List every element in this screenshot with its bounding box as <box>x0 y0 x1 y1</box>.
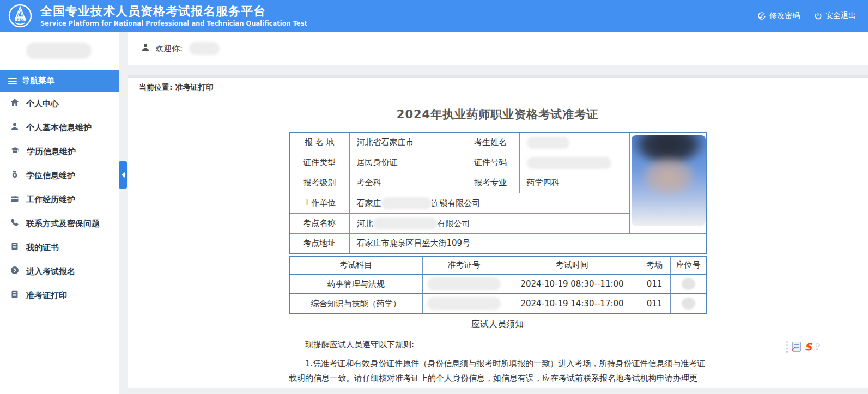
reg-place-value: 河北省石家庄市 <box>349 132 462 153</box>
sidebar-item-label: 学历信息维护 <box>27 147 76 157</box>
ticket-print-icon <box>10 290 19 301</box>
platform-subtitle: Service Platform for National Profession… <box>40 20 307 27</box>
logout-label: 安全退出 <box>825 11 856 21</box>
breadcrumb: 当前位置: 准考证打印 <box>128 78 868 98</box>
redacted-employer <box>381 197 432 209</box>
breadcrumb-current: 准考证打印 <box>175 83 213 92</box>
redacted-photo-blur <box>632 135 706 226</box>
breadcrumb-label: 当前位置: <box>139 83 173 92</box>
brand-block: 全国专业技术人员资格考试报名服务平台 Service Platform for … <box>40 4 307 27</box>
power-icon <box>814 12 822 20</box>
sidebar-item-contact-security[interactable]: 联系方式及密保问题 <box>0 211 119 235</box>
id-type-label: 证件类型 <box>289 153 349 173</box>
exam-site-suffix: 有限公司 <box>438 218 470 228</box>
table-row: 考点地址 石家庄市鹿泉区昌盛大街109号 <box>289 233 707 253</box>
id-number-value <box>519 153 629 173</box>
exam-time-cell: 2024-10-19 08:30--11:00 <box>506 274 639 294</box>
id-type-value: 居民身份证 <box>349 153 462 173</box>
exam-major-label: 报考专业 <box>462 173 519 193</box>
notice-intro: 现提醒应试人员遵守以下规则: <box>289 337 706 351</box>
room-cell: 011 <box>639 274 670 294</box>
sidebar: 导航菜单 个人中心 个人基本信息维护 学历信息维护 <box>0 32 119 394</box>
subject-cell: 药事管理与法规 <box>289 274 422 294</box>
redacted-ticket-number <box>427 277 501 290</box>
medal-icon <box>10 170 19 181</box>
logout-button[interactable]: 安全退出 <box>814 11 856 21</box>
platform-title: 全国专业技术人员资格考试报名服务平台 <box>40 4 307 19</box>
sidebar-item-my-certificates[interactable]: 我的证书 <box>0 235 119 259</box>
svg-text:PTA: PTA <box>17 17 24 21</box>
briefcase-icon <box>10 194 19 205</box>
exam-site-label: 考点名称 <box>289 213 349 233</box>
sidebar-item-degree-info[interactable]: 学位信息维护 <box>0 163 119 187</box>
sidebar-item-basic-info[interactable]: 个人基本信息维护 <box>0 116 119 140</box>
person-icon <box>141 43 150 54</box>
hamburger-icon <box>8 78 17 84</box>
redacted-candidate-name <box>527 137 569 149</box>
redacted-id-number <box>527 157 611 169</box>
nav-menu-title: 导航菜单 <box>22 76 54 86</box>
sidebar-item-label: 学位信息维护 <box>26 171 75 181</box>
sidebar-item-label: 工作经历维护 <box>26 195 75 205</box>
ticket-number-cell <box>422 274 506 294</box>
seat-cell <box>670 294 707 313</box>
sidebar-item-exam-registration[interactable]: 进入考试报名 <box>0 259 119 283</box>
id-number-label: 证件号码 <box>462 153 519 173</box>
sidebar-item-label: 我的证书 <box>26 243 59 253</box>
redacted-exam-site <box>373 217 438 229</box>
schedule-row: 综合知识与技能（药学） 2024-10-19 14:30--17:00 011 <box>289 294 707 313</box>
redacted-welcome-name <box>189 42 220 55</box>
main-panel: 当前位置: 准考证打印 2024年执业药师职业资格考试准考证 报 名 地 河北省… <box>128 75 868 388</box>
exam-major-value: 药学四科 <box>519 173 629 193</box>
employer-suffix: 连锁有限公司 <box>432 198 481 208</box>
sidebar-item-label: 联系方式及密保问题 <box>26 219 100 229</box>
redacted-seat-number <box>682 298 695 310</box>
col-seat: 座位号 <box>670 256 707 274</box>
room-cell: 011 <box>639 294 670 313</box>
site-address-value: 石家庄市鹿泉区昌盛大街109号 <box>349 233 707 253</box>
exam-level-value: 考全科 <box>349 173 462 193</box>
candidate-photo <box>632 135 706 226</box>
subject-cell: 综合知识与技能（药学） <box>289 294 422 313</box>
change-password-button[interactable]: 修改密码 <box>757 11 800 21</box>
ticket-title: 2024年执业药师职业资格考试准考证 <box>289 107 706 122</box>
candidate-name-value <box>519 132 629 153</box>
graduation-cap-icon <box>10 146 20 157</box>
sidebar-item-label: 个人中心 <box>26 99 59 109</box>
sidebar-collapse-button[interactable] <box>119 161 127 189</box>
sidebar-item-label: 进入考试报名 <box>26 266 75 277</box>
plugin-collapse-icon[interactable] <box>816 343 820 350</box>
welcome-greeting: 欢迎你: <box>155 44 183 54</box>
notice-rule-1: 1.凭准考证和有效身份证件原件（身份信息须与报考时所填报的一致）进入考场，所持身… <box>289 356 706 388</box>
home-icon <box>10 98 19 109</box>
sidebar-item-admission-ticket-print[interactable]: 准考证打印 <box>0 283 119 307</box>
sidebar-item-education-info[interactable]: 学历信息维护 <box>0 140 119 163</box>
drag-handle-icon[interactable] <box>786 341 788 353</box>
sidebar-menu: 个人中心 个人基本信息维护 学历信息维护 学位信息维护 <box>0 92 119 307</box>
change-password-label: 修改密码 <box>769 11 800 21</box>
doc-check-icon[interactable]: ✓ <box>792 342 801 352</box>
exam-time-cell: 2024-10-19 14:30--17:00 <box>506 294 639 313</box>
notice-title: 应试人员须知 <box>289 319 706 330</box>
app-root: PTA 全国专业技术人员资格考试报名服务平台 Service Platform … <box>0 0 868 394</box>
sidebar-item-personal-center[interactable]: 个人中心 <box>0 92 119 116</box>
schedule-header-row: 考试科目 准考证号 考试时间 考场 座位号 <box>289 256 707 274</box>
phone-icon <box>10 218 19 229</box>
enter-circle-icon <box>10 266 19 277</box>
col-ticket-number: 准考证号 <box>422 256 506 274</box>
col-room: 考场 <box>639 256 670 274</box>
col-exam-time: 考试时间 <box>506 256 639 274</box>
edit-circle-icon <box>757 11 766 20</box>
s-plugin-icon[interactable]: S <box>805 342 812 352</box>
redacted-seat-number <box>682 278 695 290</box>
reg-place-label: 报 名 地 <box>289 132 349 153</box>
exam-site-value: 河北有限公司 <box>349 213 629 233</box>
sidebar-item-label: 准考证打印 <box>26 290 67 301</box>
col-subject: 考试科目 <box>289 256 422 274</box>
pta-logo-icon: PTA <box>8 3 33 28</box>
chevron-left-icon <box>122 172 125 178</box>
seat-cell <box>670 274 707 294</box>
header-actions: 修改密码 安全退出 <box>757 11 856 21</box>
exam-site-prefix: 河北 <box>357 218 373 228</box>
sidebar-item-work-history[interactable]: 工作经历维护 <box>0 187 119 211</box>
